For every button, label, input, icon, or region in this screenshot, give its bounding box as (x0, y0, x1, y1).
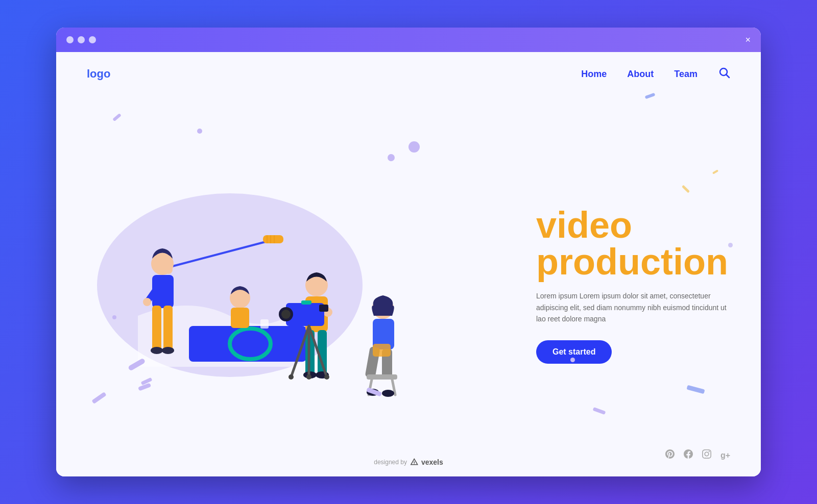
deco-dot-3 (408, 141, 420, 153)
nav-about[interactable]: About (627, 69, 654, 80)
browser-window: × logo Home About Team (56, 28, 761, 476)
svg-rect-21 (231, 308, 249, 328)
facebook-icon[interactable] (684, 449, 693, 461)
svg-point-35 (281, 310, 291, 319)
vexels-footer: designed by vexels (374, 458, 443, 466)
googleplus-icon[interactable]: g+ (720, 451, 730, 460)
vexels-brand: vexels (421, 458, 443, 466)
svg-rect-18 (189, 326, 306, 362)
svg-rect-37 (319, 305, 328, 312)
hero-title-video: video (536, 207, 730, 243)
svg-point-12 (143, 298, 151, 306)
hero-text-area: video production Lorem ipsum Lorem ipsum… (516, 207, 730, 363)
svg-rect-4 (263, 235, 283, 243)
svg-point-13 (164, 266, 173, 274)
vexels-logo-icon (410, 458, 418, 466)
svg-point-52 (382, 390, 394, 397)
hero-description: Lorem ipsum Lorem ipsum dolor sit amet, … (536, 290, 730, 324)
browser-dots (66, 36, 96, 43)
svg-rect-22 (260, 319, 269, 329)
close-button[interactable]: × (745, 35, 751, 45)
svg-point-42 (306, 374, 311, 380)
dot-1 (66, 36, 74, 43)
svg-point-43 (324, 374, 329, 380)
svg-rect-53 (373, 344, 391, 357)
svg-point-41 (289, 374, 294, 380)
illustration-area (87, 96, 516, 474)
svg-rect-36 (301, 300, 311, 305)
browser-titlebar: × (56, 28, 761, 52)
search-icon[interactable] (718, 66, 730, 82)
dot-2 (78, 36, 85, 43)
hero-illustration (87, 173, 419, 397)
browser-content: logo Home About Team (56, 52, 761, 476)
pinterest-icon[interactable] (665, 449, 675, 461)
logo[interactable]: logo (87, 67, 110, 81)
nav-links: Home About Team (581, 66, 730, 82)
hero-title-production: production (536, 243, 730, 280)
social-icons: g+ (665, 449, 730, 461)
svg-point-17 (162, 347, 174, 354)
dot-3 (89, 36, 96, 43)
designed-by-text: designed by (374, 459, 407, 466)
main-content: video production Lorem ipsum Lorem ipsum… (56, 96, 761, 474)
deco-dot-2 (388, 154, 395, 161)
svg-rect-15 (163, 306, 173, 351)
svg-line-1 (727, 75, 730, 78)
nav-team[interactable]: Team (674, 69, 698, 80)
svg-point-59 (414, 464, 415, 465)
instagram-icon[interactable] (702, 449, 711, 461)
navbar: logo Home About Team (56, 52, 761, 96)
svg-point-16 (151, 347, 163, 354)
svg-rect-14 (152, 306, 161, 351)
deco-dot-1 (197, 129, 202, 134)
nav-home[interactable]: Home (581, 69, 607, 80)
